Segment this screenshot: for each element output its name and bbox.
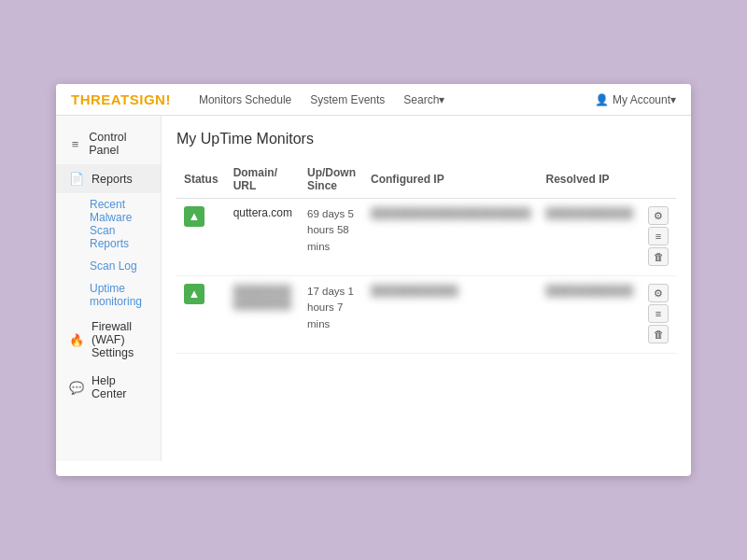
col-domain: Domain/URL bbox=[226, 161, 300, 199]
domain-text-blurred: ████████████████ bbox=[233, 285, 291, 309]
delete-button[interactable]: 🗑 bbox=[648, 325, 669, 343]
col-updown: Up/DownSince bbox=[300, 161, 363, 199]
sidebar-sub-recent-malware[interactable]: Recent Malware Scan Reports bbox=[56, 193, 161, 255]
updown-cell: 17 days 1hours 7mins bbox=[300, 276, 363, 354]
sidebar-label-firewall: Firewall (WAF) Settings bbox=[92, 320, 148, 359]
domain-text: quttera.com bbox=[233, 206, 292, 219]
logo-text: THREATSIGN bbox=[71, 91, 165, 107]
updown-text: 17 days 1hours 7mins bbox=[307, 284, 356, 332]
list-button[interactable]: ≡ bbox=[648, 304, 669, 323]
user-icon: 👤 bbox=[595, 93, 609, 106]
sidebar-item-help-center[interactable]: 💬 Help Center bbox=[56, 367, 161, 408]
updown-text: 69 days 5hours 58mins bbox=[307, 206, 356, 255]
sidebar-sub-uptime-monitoring[interactable]: Uptime monitoring bbox=[56, 277, 161, 313]
page-title: My UpTime Monitors bbox=[176, 131, 676, 147]
list-button[interactable]: ≡ bbox=[648, 227, 669, 245]
reports-icon: 📄 bbox=[69, 172, 84, 186]
configured-ip-cell: ████████████ bbox=[363, 276, 538, 354]
top-nav: THREATSIGN! Monitors Schedule System Eve… bbox=[56, 84, 691, 116]
logo: THREATSIGN! bbox=[71, 91, 171, 107]
status-cell: ▲ bbox=[176, 276, 226, 354]
logo-accent: ! bbox=[165, 91, 171, 107]
configured-ip-value: ████████████ bbox=[371, 285, 458, 296]
status-cell: ▲ bbox=[176, 199, 226, 276]
col-configured-ip: Configured IP bbox=[363, 161, 538, 199]
action-buttons: ⚙ ≡ 🗑 bbox=[648, 284, 669, 345]
resolved-ip-value: ████████████ bbox=[545, 285, 633, 296]
configured-ip-value: ██████████████████████ bbox=[371, 207, 530, 218]
table-row: ▲ quttera.com 69 days 5hours 58mins ████… bbox=[176, 199, 676, 276]
nav-system-events[interactable]: System Events bbox=[310, 93, 385, 106]
actions-cell: ⚙ ≡ 🗑 bbox=[641, 276, 676, 354]
resolved-ip-cell: ████████████ bbox=[538, 199, 641, 276]
settings-button[interactable]: ⚙ bbox=[648, 206, 669, 225]
updown-cell: 69 days 5hours 58mins bbox=[300, 199, 363, 276]
sidebar-label-help: Help Center bbox=[92, 374, 148, 400]
domain-cell: ████████████████ bbox=[226, 276, 300, 354]
main-layout: ≡ Control Panel 📄 Reports Recent Malware… bbox=[56, 116, 691, 461]
sidebar-label-control-panel: Control Panel bbox=[89, 131, 148, 157]
main-content: My UpTime Monitors Status Domain/URL Up/… bbox=[162, 116, 691, 461]
sidebar: ≡ Control Panel 📄 Reports Recent Malware… bbox=[56, 116, 162, 461]
delete-button[interactable]: 🗑 bbox=[648, 247, 669, 266]
resolved-ip-cell: ████████████ bbox=[538, 276, 641, 354]
resolved-ip-value: ████████████ bbox=[545, 207, 633, 218]
nav-monitors-schedule[interactable]: Monitors Schedule bbox=[199, 93, 291, 106]
account-button[interactable]: 👤 My Account▾ bbox=[595, 93, 676, 106]
control-panel-icon: ≡ bbox=[69, 137, 81, 151]
sidebar-sub-scan-log[interactable]: Scan Log bbox=[56, 255, 161, 277]
configured-ip-cell: ██████████████████████ bbox=[363, 199, 538, 276]
firewall-icon: 🔥 bbox=[69, 333, 84, 347]
domain-cell: quttera.com bbox=[226, 199, 300, 276]
sidebar-label-reports: Reports bbox=[92, 173, 133, 186]
sidebar-item-control-panel[interactable]: ≡ Control Panel bbox=[56, 123, 161, 164]
settings-button[interactable]: ⚙ bbox=[648, 284, 669, 302]
status-up-icon: ▲ bbox=[184, 206, 204, 227]
action-buttons: ⚙ ≡ 🗑 bbox=[648, 206, 669, 268]
actions-cell: ⚙ ≡ 🗑 bbox=[641, 199, 676, 276]
monitors-table: Status Domain/URL Up/DownSince Configure… bbox=[176, 161, 676, 354]
account-label: My Account▾ bbox=[613, 93, 676, 106]
sidebar-item-firewall[interactable]: 🔥 Firewall (WAF) Settings bbox=[56, 313, 161, 367]
col-resolved-ip: Resolved IP bbox=[538, 161, 641, 199]
table-row: ▲ ████████████████ 17 days 1hours 7mins … bbox=[176, 276, 676, 354]
status-up-icon: ▲ bbox=[184, 284, 204, 304]
help-icon: 💬 bbox=[69, 381, 84, 395]
col-actions bbox=[641, 161, 676, 199]
sidebar-item-reports[interactable]: 📄 Reports bbox=[56, 164, 161, 193]
col-status: Status bbox=[176, 161, 226, 199]
nav-search[interactable]: Search▾ bbox=[403, 93, 444, 106]
